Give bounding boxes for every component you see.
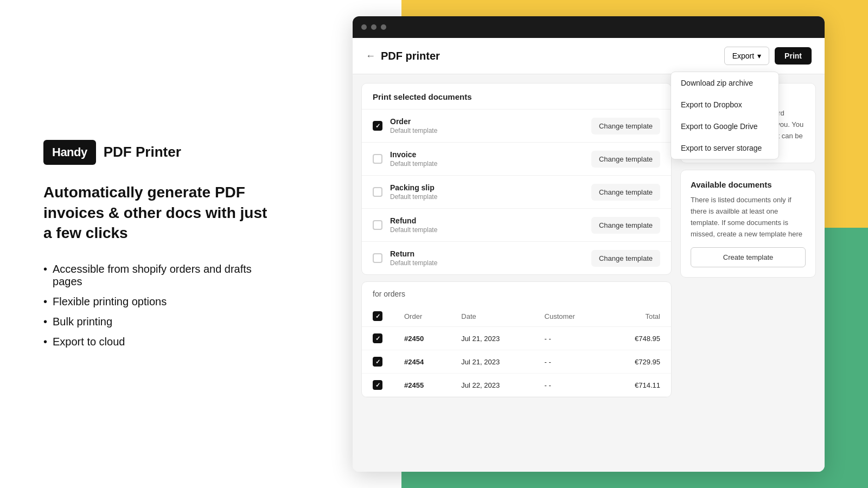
order-customer-2: - - — [534, 350, 606, 374]
order-total-3: €714.11 — [606, 374, 671, 397]
col-total: Total — [606, 306, 671, 327]
export-button[interactable]: Export ▾ — [724, 47, 769, 65]
checkbox-packing[interactable] — [373, 187, 382, 197]
window-dot-1 — [361, 24, 367, 30]
app-header: ← PDF printer Export ▾ Print Download zi… — [353, 38, 825, 74]
change-template-invoice[interactable]: Change template — [591, 151, 660, 168]
doc-row-invoice: Invoice Default template Change template — [362, 143, 671, 176]
export-label: Export — [732, 52, 754, 60]
order-total-2: €729.95 — [606, 350, 671, 374]
order-number-1[interactable]: #2450 — [393, 327, 450, 350]
change-template-order[interactable]: Change template — [591, 118, 660, 134]
available-docs-description: There is listed documents only if there … — [691, 195, 806, 240]
table-row: #2455 Jul 22, 2023 - - €714.11 — [362, 374, 671, 397]
doc-name-order: Order — [390, 117, 584, 126]
brand-logo: Handy PDF Printer — [43, 140, 277, 165]
doc-template-refund: Default template — [390, 226, 584, 234]
table-header-row: Order Date Customer Total — [362, 306, 671, 327]
orders-card: for orders Order Date Customer — [361, 281, 672, 397]
header-left: ← PDF printer — [366, 50, 440, 62]
doc-info-return: Return Default template — [390, 249, 584, 267]
doc-template-return: Default template — [390, 259, 584, 267]
back-button[interactable]: ← — [366, 50, 375, 62]
col-order: Order — [393, 306, 450, 327]
table-row: #2450 Jul 21, 2023 - - €748.95 — [362, 327, 671, 350]
row-check-3 — [362, 374, 393, 397]
browser-content: ← PDF printer Export ▾ Print Download zi… — [353, 38, 825, 472]
doc-row-refund: Refund Default template Change template — [362, 209, 671, 242]
page-title: PDF printer — [381, 50, 440, 62]
checkbox-refund[interactable] — [373, 220, 382, 230]
order-total-1: €748.95 — [606, 327, 671, 350]
doc-info-order: Order Default template — [390, 117, 584, 134]
table-row: #2454 Jul 21, 2023 - - €729.95 — [362, 350, 671, 374]
chevron-down-icon: ▾ — [757, 52, 761, 60]
feature-item-2: Flexible printing options — [43, 296, 277, 308]
doc-name-invoice: Invoice — [390, 150, 584, 159]
order-customer-1: - - — [534, 327, 606, 350]
row-check-2 — [362, 350, 393, 374]
doc-name-packing: Packing slip — [390, 183, 584, 192]
export-dropdown: Download zip archive Export to Dropbox E… — [671, 72, 779, 159]
order-date-1: Jul 21, 2023 — [450, 327, 533, 350]
order-number-3[interactable]: #2455 — [393, 374, 450, 397]
brand-product-name: PDF Printer — [104, 144, 181, 160]
print-button[interactable]: Print — [775, 47, 812, 65]
col-date: Date — [450, 306, 533, 327]
window-dot-3 — [381, 24, 386, 30]
checkbox-order-2[interactable] — [373, 357, 382, 367]
doc-row-packing: Packing slip Default template Change tem… — [362, 176, 671, 209]
browser-window: ← PDF printer Export ▾ Print Download zi… — [353, 16, 825, 472]
orders-table: Order Date Customer Total — [362, 306, 671, 397]
feature-item-4: Export to cloud — [43, 336, 277, 348]
browser-titlebar — [353, 16, 825, 38]
orders-section-label: for orders — [362, 282, 671, 306]
marketing-panel: Handy PDF Printer Automatically generate… — [0, 0, 309, 488]
doc-row-return: Return Default template Change template — [362, 242, 671, 274]
doc-template-order: Default template — [390, 127, 584, 134]
right-panel: ← PDF printer Export ▾ Print Download zi… — [309, 0, 868, 488]
order-customer-3: - - — [534, 374, 606, 397]
feature-item-1: Accessible from shopify orders and draft… — [43, 263, 277, 288]
left-column: Print selected documents Order Default t… — [361, 83, 672, 463]
available-docs-title: Available documents — [691, 180, 806, 189]
change-template-packing[interactable]: Change template — [591, 184, 660, 201]
doc-info-refund: Refund Default template — [390, 216, 584, 234]
doc-name-refund: Refund — [390, 216, 584, 225]
window-dot-2 — [371, 24, 376, 30]
print-section-title: Print selected documents — [362, 84, 671, 110]
available-docs-card: Available documents There is listed docu… — [680, 170, 816, 278]
order-date-3: Jul 22, 2023 — [450, 374, 533, 397]
doc-name-return: Return — [390, 249, 584, 258]
tagline: Automatically generate PDF invoices & ot… — [43, 182, 277, 243]
col-customer: Customer — [534, 306, 606, 327]
dropdown-item-gdrive[interactable]: Export to Google Drive — [671, 115, 778, 137]
brand-box: Handy — [43, 140, 96, 165]
col-check — [362, 306, 393, 327]
dropdown-item-server[interactable]: Export to server storage — [671, 137, 778, 159]
doc-info-packing: Packing slip Default template — [390, 183, 584, 201]
feature-list: Accessible from shopify orders and draft… — [43, 263, 277, 348]
header-actions: Export ▾ Print Download zip archive Expo… — [724, 47, 812, 65]
doc-row-order: Order Default template Change template — [362, 110, 671, 143]
order-number-2[interactable]: #2454 — [393, 350, 450, 374]
create-template-button[interactable]: Create template — [691, 247, 806, 267]
doc-template-invoice: Default template — [390, 160, 584, 168]
change-template-refund[interactable]: Change template — [591, 217, 660, 234]
doc-info-invoice: Invoice Default template — [390, 150, 584, 168]
checkbox-order-1[interactable] — [373, 333, 382, 343]
print-documents-card: Print selected documents Order Default t… — [361, 83, 672, 275]
row-check-1 — [362, 327, 393, 350]
dropdown-item-dropbox[interactable]: Export to Dropbox — [671, 94, 778, 115]
checkbox-invoice[interactable] — [373, 154, 382, 164]
checkbox-order[interactable] — [373, 121, 382, 131]
change-template-return[interactable]: Change template — [591, 250, 660, 267]
checkbox-return[interactable] — [373, 253, 382, 263]
dropdown-item-zip[interactable]: Download zip archive — [671, 72, 778, 94]
checkbox-all-orders[interactable] — [373, 311, 382, 321]
order-date-2: Jul 21, 2023 — [450, 350, 533, 374]
checkbox-order-3[interactable] — [373, 380, 382, 390]
doc-template-packing: Default template — [390, 193, 584, 201]
feature-item-3: Bulk printing — [43, 316, 277, 328]
